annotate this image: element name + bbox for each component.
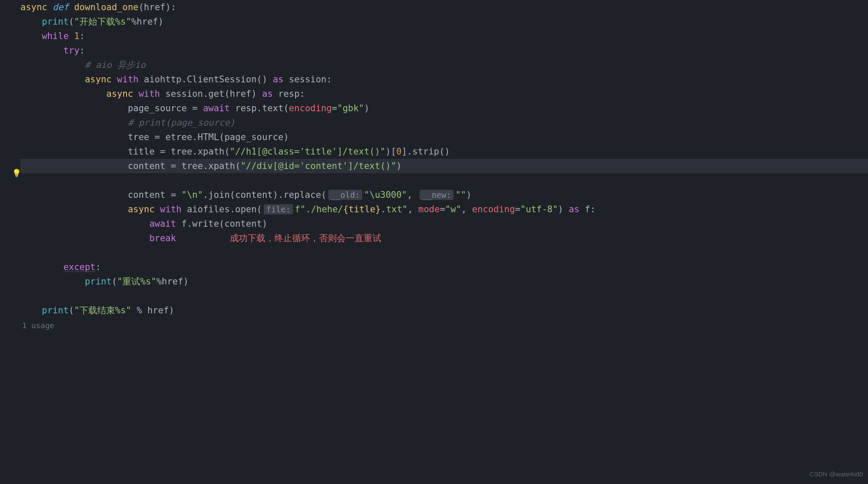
code-line[interactable]: content = "\n".join(content).replace(__o… bbox=[20, 188, 868, 202]
code-line[interactable]: async with session.get(href) as resp: bbox=[20, 87, 868, 101]
code-line[interactable]: async def download_one(href): bbox=[20, 0, 868, 14]
inlay-hint: file: bbox=[264, 204, 293, 214]
inlay-hint: __old: bbox=[328, 190, 363, 200]
code-line[interactable]: # aio 异步io bbox=[20, 58, 868, 72]
code-line[interactable]: await f.write(content) bbox=[20, 217, 868, 231]
code-line[interactable]: print("重试%s"%href) bbox=[20, 274, 868, 289]
code-line[interactable]: break 成功下载，终止循环，否则会一直重试 bbox=[20, 231, 868, 245]
code-line[interactable]: title = tree.xpath("//h1[@class='title']… bbox=[20, 144, 868, 159]
code-line[interactable]: print("下载结束%s" % href) bbox=[20, 303, 868, 318]
code-line[interactable]: try: bbox=[20, 43, 868, 58]
code-line[interactable]: async with aiohttp.ClientSession() as se… bbox=[20, 72, 868, 87]
lightbulb-icon[interactable]: 💡 bbox=[12, 166, 21, 180]
code-line[interactable]: tree = etree.HTML(page_source) bbox=[20, 130, 868, 144]
code-line[interactable]: async with aiofiles.open(file:f"./hehe/{… bbox=[20, 202, 868, 217]
code-line[interactable]: except: bbox=[20, 260, 868, 274]
gutter: 💡 bbox=[0, 0, 20, 333]
code-line[interactable]: page_source = await resp.text(encoding="… bbox=[20, 101, 868, 115]
inlay-hint: __new: bbox=[420, 190, 454, 200]
code-line-blank[interactable] bbox=[20, 245, 868, 260]
code-line[interactable]: # print(page_source) bbox=[20, 115, 868, 130]
code-line-blank[interactable] bbox=[20, 173, 868, 188]
code-line[interactable]: while 1: bbox=[20, 29, 868, 43]
watermark: CSDN @waterkid0 bbox=[809, 467, 863, 481]
code-line[interactable]: print("开始下载%s"%href) bbox=[20, 14, 868, 29]
inline-comment: 成功下载，终止循环，否则会一直重试 bbox=[230, 233, 381, 243]
code-line-blank[interactable] bbox=[20, 289, 868, 303]
code-editor[interactable]: 💡 async def download_one(href): print("开… bbox=[0, 0, 868, 333]
usage-hint[interactable]: 1 usage bbox=[20, 318, 868, 333]
code-line-current[interactable]: content = tree.xpath("//div[@id='content… bbox=[20, 159, 868, 173]
